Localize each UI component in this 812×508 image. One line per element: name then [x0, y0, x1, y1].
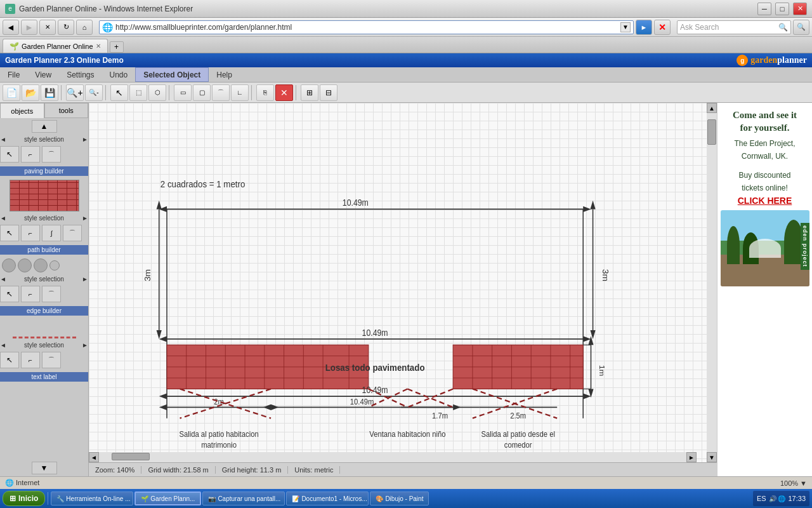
menu-file[interactable]: File	[0, 67, 27, 82]
menu-help[interactable]: Help	[209, 67, 240, 82]
start-icon: ⊞	[10, 494, 16, 503]
style-left-arrow-4[interactable]: ◄	[0, 342, 6, 349]
menu-undo[interactable]: Undo	[102, 67, 136, 82]
delete-button[interactable]: ✕	[275, 84, 293, 101]
home-button[interactable]: ⌂	[76, 20, 93, 35]
taskbar-item-1[interactable]: 🔧 Herramienta On-line ...	[51, 491, 133, 505]
stop-load-button[interactable]: ✕	[654, 20, 671, 35]
start-label: Inicio	[18, 494, 38, 503]
back-button[interactable]: ◄	[3, 20, 19, 35]
start-button[interactable]: ⊞ Inicio	[3, 491, 45, 506]
rounded-rect-button[interactable]: ▢	[193, 84, 211, 101]
copy-button[interactable]: ⎘	[256, 84, 274, 101]
go-button[interactable]: ▼	[620, 22, 631, 32]
rectangle-button[interactable]: ▭	[174, 84, 192, 101]
browser-tab[interactable]: 🌱 Garden Planner Online ✕	[3, 39, 108, 53]
r-tool-2[interactable]: ⌒	[63, 225, 82, 241]
taskbar-label-3: Capturar una pantall...	[218, 495, 280, 502]
angle-tool-button[interactable]: ∟	[231, 84, 249, 101]
style-left-arrow-2[interactable]: ◄	[0, 215, 6, 222]
stop-button[interactable]: ✕	[39, 20, 56, 35]
l-tool-4[interactable]: ⌐	[21, 352, 40, 368]
arrow-tool-1[interactable]: ↖	[0, 146, 19, 163]
tab-tools[interactable]: tools	[44, 103, 89, 118]
l-tool-1[interactable]: ⌐	[21, 146, 40, 163]
scroll-down-button[interactable]: ▼	[32, 462, 57, 474]
svg-marker-57	[263, 404, 271, 410]
vertical-scrollbar[interactable]: ▲ ▼	[707, 103, 717, 462]
toolbar-icons: 📄 📂 💾 🔍+ 🔍- ↖ ⬚ ⬡ ▭ ▢ ⌒ ∟ ⎘ ✕ ⊞ ⊟	[0, 83, 812, 103]
style-left-arrow-1[interactable]: ◄	[0, 136, 6, 143]
address-bar[interactable]: 🌐 http://www.smallblueprinter.com/garden…	[99, 20, 634, 34]
style-right-arrow-1[interactable]: ►	[82, 136, 88, 143]
scroll-down-arrow[interactable]: ▼	[707, 452, 717, 462]
grid2-button[interactable]: ⊟	[320, 84, 337, 101]
style-right-arrow-2[interactable]: ►	[82, 215, 88, 222]
taskbar-item-4[interactable]: 📝 Documento1 - Micros...	[286, 491, 369, 505]
scroll-left-button[interactable]: ◄	[89, 452, 99, 462]
save-button[interactable]: 💾	[41, 84, 58, 101]
curve-tool-button[interactable]: ⌒	[212, 84, 230, 101]
arrow-tool-3[interactable]: ↖	[0, 286, 19, 302]
curve-tool-3[interactable]: ⌒	[42, 286, 61, 302]
minimize-button[interactable]: ─	[757, 3, 771, 15]
vscroll-track[interactable]	[707, 113, 717, 452]
scroll-up-button[interactable]: ▲	[32, 120, 57, 133]
browser-toolbar: ◄ ► ✕ ↻ ⌂ 🌐 http://www.smallblueprinter.…	[0, 18, 812, 37]
style-right-arrow-4[interactable]: ►	[82, 342, 88, 349]
grid-button[interactable]: ⊞	[301, 84, 318, 101]
polygon-button[interactable]: ⬡	[148, 84, 166, 101]
text-label-title: text label	[0, 372, 88, 382]
menu-view[interactable]: View	[27, 67, 59, 82]
curve-tool-2[interactable]: ∫	[42, 225, 61, 241]
refresh-button[interactable]: ↻	[58, 20, 74, 35]
new-file-button[interactable]: 📄	[3, 84, 20, 101]
path-title: path builder	[0, 245, 88, 255]
svg-marker-8	[157, 330, 162, 339]
maximize-button[interactable]: □	[775, 3, 789, 15]
zoom-in-button[interactable]: 🔍+	[66, 84, 84, 101]
scroll-up-arrow[interactable]: ▲	[707, 103, 717, 113]
svg-text:Ventana habitacion niño: Ventana habitacion niño	[369, 429, 446, 439]
clock: 17:33	[788, 495, 806, 502]
l-tool-3[interactable]: ⌐	[21, 286, 40, 302]
horizontal-scrollbar[interactable]: ◄ ►	[89, 452, 697, 462]
app-title: Garden Planner 2.3 Online Demo	[5, 56, 737, 65]
curve-tool-4[interactable]: ⌒	[42, 352, 61, 368]
select-rect-button[interactable]: ⬚	[129, 84, 147, 101]
open-file-button[interactable]: 📂	[22, 84, 39, 101]
tab-objects[interactable]: objects	[0, 103, 44, 118]
search-submit-button[interactable]: 🔍	[793, 20, 809, 35]
curve-tool-1[interactable]: ⌒	[42, 146, 61, 163]
ad-click-button[interactable]: CLICK HERE	[733, 194, 797, 207]
taskbar-item-3[interactable]: 📷 Capturar una pantall...	[202, 491, 285, 505]
arrow-tool-2[interactable]: ↖	[0, 225, 19, 241]
go-navigate-button[interactable]: ►	[636, 20, 652, 35]
page-icon: 🌐	[102, 22, 113, 32]
close-button[interactable]: ✕	[793, 3, 807, 15]
style-right-arrow-3[interactable]: ►	[82, 276, 88, 283]
hscroll-track[interactable]	[99, 452, 686, 462]
taskbar-item-2[interactable]: 🌱 Garden Plann...	[134, 491, 201, 505]
separator5	[296, 85, 298, 100]
eden-project-image[interactable]: eden project	[721, 210, 809, 286]
taskbar-item-5[interactable]: 🎨 Dibujo - Paint	[370, 491, 429, 505]
tab-close-button[interactable]: ✕	[96, 43, 101, 50]
menu-settings[interactable]: Settings	[59, 67, 102, 82]
hscroll-thumb[interactable]	[112, 453, 150, 460]
logo-text: gardenplanner	[750, 55, 807, 65]
forward-button[interactable]: ►	[21, 20, 37, 35]
zoom-status: Zoom: 140%	[89, 466, 141, 474]
new-tab-button[interactable]: +	[110, 41, 124, 53]
canvas-outer: 2 cuadrados = 1 metro 10.49m	[89, 103, 717, 462]
arrow-tool-4[interactable]: ↖	[0, 352, 19, 368]
scroll-right-button[interactable]: ►	[686, 452, 697, 462]
pointer-button[interactable]: ↖	[110, 84, 128, 101]
l-tool-2[interactable]: ⌐	[21, 225, 40, 241]
zoom-out-button[interactable]: 🔍-	[85, 84, 103, 101]
search-box[interactable]: Ask Search 🔍	[677, 20, 791, 34]
menu-selected-object[interactable]: Selected Object	[135, 67, 209, 82]
vscroll-thumb[interactable]	[707, 119, 716, 145]
ad-line4: Cornwall, UK.	[742, 152, 788, 161]
style-left-arrow-3[interactable]: ◄	[0, 276, 6, 283]
